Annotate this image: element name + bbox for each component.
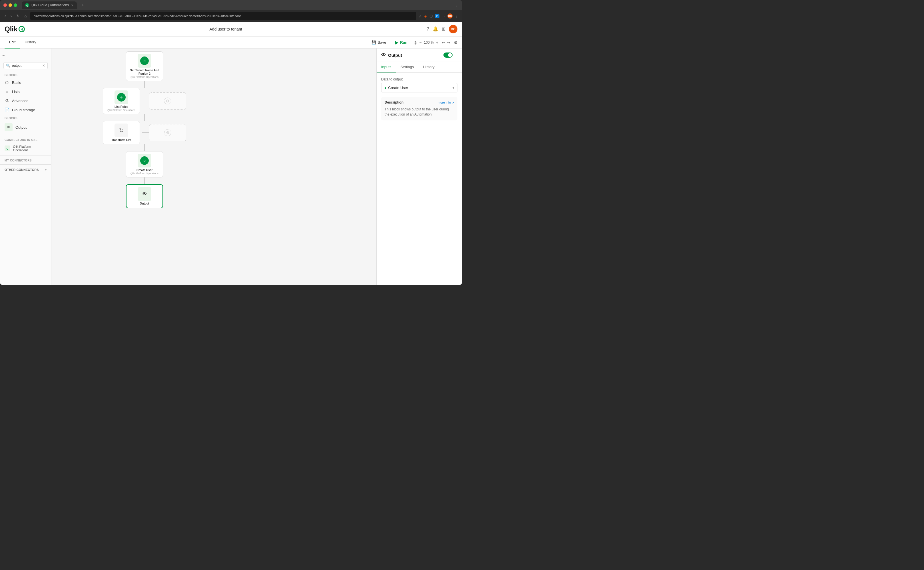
node-create-user[interactable]: ⊙ Create User Qlik Platform Operations bbox=[126, 151, 163, 178]
bookmark-icon[interactable]: ☆ bbox=[418, 14, 422, 18]
app: Qlik Q Add user to tenant ? 🔔 ⊞ DC Edit … bbox=[0, 22, 462, 285]
branch-placeholder-area: ⚙ bbox=[142, 92, 186, 110]
browser-titlebar: Q Qlik Cloud | Automations ✕ + ⋮ bbox=[0, 0, 462, 10]
url-bar[interactable] bbox=[30, 12, 416, 20]
node-wrapper-transform: ↻ Transform List ⚙ bbox=[103, 121, 186, 151]
back-button[interactable]: ‹ bbox=[3, 12, 7, 19]
search-input[interactable] bbox=[12, 64, 40, 67]
node-transform-label: Transform List bbox=[111, 138, 131, 142]
panel-title: 👁 Output bbox=[381, 52, 402, 58]
canvas[interactable]: ⊙ Get Tenant Name And Region 2 Qlik Plat… bbox=[51, 49, 376, 285]
browser-tab[interactable]: Q Qlik Cloud | Automations ✕ bbox=[22, 2, 77, 9]
run-label: Run bbox=[400, 40, 407, 44]
panel-tab-inputs[interactable]: Inputs bbox=[377, 62, 396, 72]
node-wrapper-list-roles: ⊙ List Roles Qlik Platform Operations bbox=[103, 88, 186, 121]
extensions-icon[interactable]: ⬡ bbox=[429, 14, 433, 18]
sidebar-item-cloud-storage[interactable]: 📄 Cloud storage bbox=[0, 105, 51, 114]
browser-menu-icon[interactable]: ⋮ bbox=[455, 3, 458, 7]
tab-history[interactable]: History bbox=[20, 37, 40, 49]
node-row-list-roles: ⊙ List Roles Qlik Platform Operations bbox=[103, 88, 186, 114]
sidebar-toggle-icon[interactable]: ▭ bbox=[442, 14, 445, 18]
app-header: Qlik Q Add user to tenant ? 🔔 ⊞ DC bbox=[0, 22, 462, 37]
branch-placeholder[interactable]: ⚙ bbox=[149, 92, 186, 110]
panel-toggle[interactable] bbox=[443, 52, 453, 58]
sidebar-item-basic[interactable]: ⬡ Basic bbox=[0, 78, 51, 87]
header-icons: ? 🔔 ⊞ DC bbox=[427, 25, 457, 34]
blocks2-section-label: BLOCKS bbox=[0, 114, 51, 121]
home-button[interactable]: ⌂ bbox=[23, 12, 28, 19]
sidebar-advanced-label: Advanced bbox=[12, 99, 29, 103]
maximize-window-button[interactable] bbox=[14, 3, 17, 7]
add-branch-icon: ⚙ bbox=[164, 98, 171, 104]
panel-tab-history[interactable]: History bbox=[418, 62, 439, 72]
redo-button[interactable]: ↪ bbox=[447, 40, 450, 45]
help-icon[interactable]: ? bbox=[427, 26, 429, 32]
tab-close-button[interactable]: ✕ bbox=[71, 4, 73, 7]
panel-title-eye-icon: 👁 bbox=[381, 52, 386, 58]
save-button[interactable]: 💾 Save bbox=[369, 38, 389, 46]
sidebar-item-advanced[interactable]: ⚗ Advanced bbox=[0, 96, 51, 105]
node-wrapper-create-user: ⊙ Create User Qlik Platform Operations bbox=[126, 151, 163, 184]
bell-icon[interactable]: 🔔 bbox=[433, 26, 438, 32]
grid-icon[interactable]: ⊞ bbox=[442, 26, 446, 32]
workflow: ⊙ Get Tenant Name And Region 2 Qlik Plat… bbox=[103, 51, 186, 208]
sidebar-item-output[interactable]: 👁 Output bbox=[0, 121, 51, 133]
reload-button[interactable]: ↻ bbox=[15, 12, 21, 19]
run-button[interactable]: ▶ Run bbox=[392, 38, 410, 46]
tab-title: Qlik Cloud | Automations bbox=[31, 3, 69, 7]
browser-menu-button[interactable]: ⋮ bbox=[455, 14, 458, 18]
node-get-tenant[interactable]: ⊙ Get Tenant Name And Region 2 Qlik Plat… bbox=[126, 51, 163, 81]
tab-favicon: Q bbox=[25, 3, 29, 7]
sidebar-divider-3 bbox=[0, 164, 51, 165]
sidebar: − 🔍 ✕ BLOCKS ⬡ Basic ≡ Lists bbox=[0, 49, 51, 285]
sidebar-connector-qlik[interactable]: Q Qlik Platform Operations bbox=[0, 142, 51, 154]
panel-controls: − bbox=[443, 52, 457, 58]
rss-icon[interactable]: ◈ bbox=[424, 14, 427, 18]
user-profile-icon[interactable]: DC bbox=[447, 14, 453, 18]
search-box: 🔍 ✕ bbox=[3, 62, 48, 69]
other-connectors-label: OTHER CONNECTORS bbox=[5, 168, 39, 172]
run-icon: ▶ bbox=[395, 40, 398, 45]
profile-icon[interactable]: in bbox=[435, 14, 440, 18]
node-output[interactable]: 👁 Output bbox=[126, 184, 163, 208]
file-icon: 📄 bbox=[5, 107, 9, 112]
sidebar-lists-label: Lists bbox=[12, 90, 20, 94]
sidebar-collapse-btn[interactable]: − bbox=[2, 53, 5, 58]
transform-branch-placeholder[interactable]: ⚙ bbox=[149, 124, 186, 141]
sidebar-other-connectors[interactable]: OTHER CONNECTORS ▾ bbox=[0, 166, 51, 174]
more-info-link[interactable]: more info ↗ bbox=[438, 101, 454, 104]
node-list-roles-label: List Roles bbox=[114, 105, 128, 109]
node-get-tenant-icon-box: ⊙ bbox=[138, 54, 151, 67]
panel-close-button[interactable]: − bbox=[455, 52, 457, 58]
panel-tab-settings[interactable]: Settings bbox=[396, 62, 418, 72]
data-to-output-select[interactable]: ● Create User ▾ bbox=[381, 83, 457, 92]
sidebar-item-lists[interactable]: ≡ Lists bbox=[0, 87, 51, 96]
panel-tabs: Inputs Settings History bbox=[377, 62, 462, 73]
node-list-roles[interactable]: ⊙ List Roles Qlik Platform Operations bbox=[103, 88, 140, 114]
sub-header-actions: 💾 Save ▶ Run ◎ − 100 % + ↩ ↪ ⚙ bbox=[369, 38, 457, 46]
close-window-button[interactable] bbox=[3, 3, 7, 7]
zoom-controls: ◎ − 100 % + bbox=[414, 40, 438, 45]
tab-edit[interactable]: Edit bbox=[5, 37, 20, 49]
traffic-lights bbox=[3, 3, 17, 7]
node-transform[interactable]: ↻ Transform List bbox=[103, 121, 140, 144]
transform-branch-area: ⚙ bbox=[142, 124, 186, 141]
editor-settings-icon[interactable]: ⚙ bbox=[454, 40, 457, 45]
user-avatar[interactable]: DC bbox=[449, 25, 457, 34]
connector-line-3 bbox=[144, 144, 145, 151]
node-create-user-sublabel: Qlik Platform Operations bbox=[131, 172, 158, 175]
zoom-target-icon[interactable]: ◎ bbox=[414, 40, 417, 45]
zoom-out-button[interactable]: − bbox=[420, 40, 422, 45]
zoom-in-button[interactable]: + bbox=[436, 40, 438, 45]
node-list-roles-icon: ⊙ bbox=[117, 93, 126, 101]
connector-line-2 bbox=[144, 114, 145, 121]
forward-button[interactable]: › bbox=[9, 12, 13, 19]
node-list-roles-sublabel: Qlik Platform Operations bbox=[108, 109, 135, 112]
search-clear-button[interactable]: ✕ bbox=[42, 64, 45, 67]
connector-line-4 bbox=[144, 178, 145, 184]
minimize-window-button[interactable] bbox=[9, 3, 12, 7]
select-value: Create User bbox=[388, 86, 451, 90]
other-connectors-arrow: ▾ bbox=[45, 168, 46, 172]
undo-button[interactable]: ↩ bbox=[442, 40, 445, 45]
new-tab-button[interactable]: + bbox=[79, 3, 86, 8]
